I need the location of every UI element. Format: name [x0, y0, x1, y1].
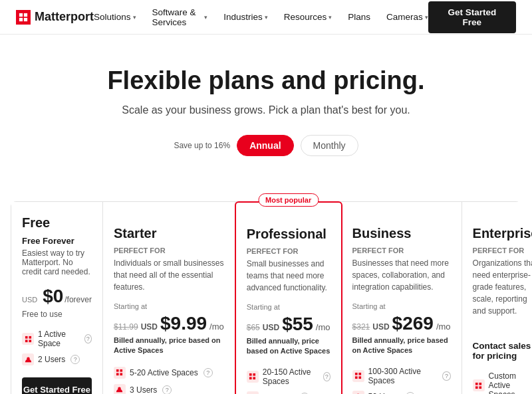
- hero-section: Flexible plans and pricing. Scale as you…: [0, 35, 532, 201]
- nav-resources[interactable]: Resources ▾: [284, 12, 332, 22]
- monthly-toggle[interactable]: Monthly: [301, 135, 358, 156]
- svg-rect-10: [120, 369, 123, 372]
- info-icon[interactable]: ?: [203, 368, 213, 377]
- svg-rect-15: [253, 373, 256, 376]
- plan-desc-professional: Small businesses and teams that need mor…: [247, 258, 331, 294]
- plan-features-free: 1 Active Space ? 2 Users ?: [22, 330, 92, 365]
- user-icon: [22, 353, 34, 365]
- feature-text: 20-150 Active Spaces: [263, 367, 318, 386]
- user-icon: [114, 384, 126, 394]
- chevron-icon: ▾: [133, 14, 136, 21]
- plan-free-button[interactable]: Get Started Free: [22, 377, 92, 394]
- starting-at: Starting at: [352, 302, 451, 310]
- price-current: $55: [282, 314, 313, 335]
- price-currency: USD: [372, 322, 389, 332]
- plan-free-use: Free to use: [22, 310, 92, 319]
- nav-links: Solutions ▾ Software & Services ▾ Indust…: [94, 7, 428, 27]
- plan-name-starter: Starter: [114, 226, 224, 241]
- plan-desc-business: Businesses that need more spaces, collab…: [352, 257, 451, 293]
- price-row-starter: $11.99 USD $9.99 /mo: [114, 313, 224, 334]
- svg-rect-19: [355, 373, 358, 375]
- price-free-row: USD $0 /forever: [22, 286, 92, 307]
- plan-enterprise: Enterprise Perfect for Organizations tha…: [462, 202, 532, 394]
- plan-desc-enterprise: Organizations that need enterprise-grade…: [473, 257, 532, 317]
- svg-rect-12: [120, 373, 123, 376]
- feature-item: 5-20 Active Spaces ?: [114, 367, 224, 379]
- svg-rect-9: [116, 369, 119, 372]
- plans-section: Free Free Forever Easiest way to try Mat…: [0, 201, 532, 394]
- logo[interactable]: Matterport: [16, 10, 94, 25]
- svg-rect-27: [479, 386, 481, 389]
- price-original: $65: [247, 323, 260, 332]
- starting-at: Starting at: [247, 303, 331, 311]
- save-badge: Save up to 16%: [174, 141, 230, 150]
- plan-free-desc: Easiest way to try Matterport. No credit…: [22, 248, 92, 276]
- price-mo: /mo: [316, 322, 331, 332]
- popular-badge: Most popular: [258, 193, 319, 207]
- feature-item: 50 Users ?: [352, 391, 451, 394]
- svg-rect-2: [19, 17, 23, 21]
- enterprise-contact: Contact sales for pricing: [473, 326, 532, 361]
- plan-starter: Starter Perfect for Individuals or small…: [103, 202, 235, 394]
- billed-note: Billed annually, price based on Active S…: [114, 336, 224, 356]
- price-row-professional: $65 USD $55 /mo: [247, 314, 331, 335]
- perfect-for-label: Perfect for: [352, 246, 451, 254]
- svg-rect-5: [29, 336, 31, 338]
- info-icon[interactable]: ?: [442, 371, 450, 381]
- svg-rect-7: [29, 340, 31, 342]
- svg-rect-3: [24, 17, 27, 21]
- chevron-icon: ▾: [265, 14, 268, 21]
- chevron-icon: ▾: [204, 14, 207, 21]
- plans-grid: Free Free Forever Easiest way to try Mat…: [11, 201, 521, 394]
- price-mo: /mo: [436, 322, 451, 332]
- plan-free-label: Free Forever: [22, 236, 92, 246]
- perfect-for-label: Perfect for: [114, 246, 224, 254]
- perfect-for-label: Perfect for: [473, 246, 532, 254]
- svg-rect-4: [25, 336, 27, 338]
- plan-name-enterprise: Enterprise: [473, 226, 532, 241]
- nav-cta-button[interactable]: Get Started Free: [428, 1, 516, 33]
- plan-features-professional: 20-150 Active Spaces ? 10 Users ?: [247, 367, 331, 394]
- feature-text: 2 Users: [38, 355, 65, 364]
- info-icon[interactable]: ?: [162, 385, 172, 394]
- svg-rect-6: [25, 340, 27, 342]
- billed-note: Billed annually, price based on Active S…: [352, 336, 451, 356]
- plan-name-professional: Professional: [247, 227, 331, 242]
- hero-subtitle: Scale as your business grows. Pick a pla…: [16, 104, 516, 116]
- nav-industries[interactable]: Industries ▾: [223, 12, 268, 22]
- plan-free: Free Free Forever Easiest way to try Mat…: [11, 202, 103, 394]
- space-icon: [473, 379, 485, 391]
- plan-features-starter: 5-20 Active Spaces ? 3 Users ?: [114, 367, 224, 394]
- info-icon[interactable]: ?: [70, 355, 80, 364]
- svg-rect-24: [475, 382, 478, 385]
- price-original: $321: [352, 322, 370, 332]
- price-currency: USD: [263, 323, 279, 332]
- hero-title: Flexible plans and pricing.: [16, 66, 516, 95]
- nav-solutions[interactable]: Solutions ▾: [94, 12, 136, 22]
- user-icon: [247, 391, 259, 394]
- space-icon: [247, 371, 259, 383]
- annual-toggle[interactable]: Annual: [237, 135, 293, 156]
- feature-text: Custom Active Spaces: [489, 371, 528, 394]
- price-original: $11.99: [114, 322, 138, 332]
- svg-rect-21: [355, 377, 358, 379]
- info-icon[interactable]: ?: [84, 334, 92, 344]
- nav-cameras[interactable]: Cameras ▾: [386, 12, 428, 22]
- feature-item: 3 Users ?: [114, 384, 224, 394]
- info-icon[interactable]: ?: [323, 372, 331, 381]
- feature-item: Custom Active Spaces ?: [473, 371, 532, 394]
- price-currency: USD: [141, 322, 158, 332]
- svg-rect-22: [358, 377, 361, 379]
- price-current: $9.99: [160, 313, 207, 334]
- plan-features-business: 100-300 Active Spaces ? 50 Users ?: [352, 367, 451, 394]
- price-usd: USD: [22, 296, 37, 304]
- svg-rect-26: [475, 386, 478, 389]
- nav-software[interactable]: Software & Services ▾: [152, 7, 208, 27]
- logo-icon: [16, 10, 31, 25]
- space-icon: [352, 370, 364, 382]
- space-icon: [22, 333, 34, 345]
- billed-note: Billed annually, price based on Active S…: [247, 336, 331, 357]
- svg-rect-11: [116, 373, 119, 376]
- feature-item: 10 Users ?: [247, 391, 331, 394]
- nav-plans[interactable]: Plans: [348, 12, 370, 22]
